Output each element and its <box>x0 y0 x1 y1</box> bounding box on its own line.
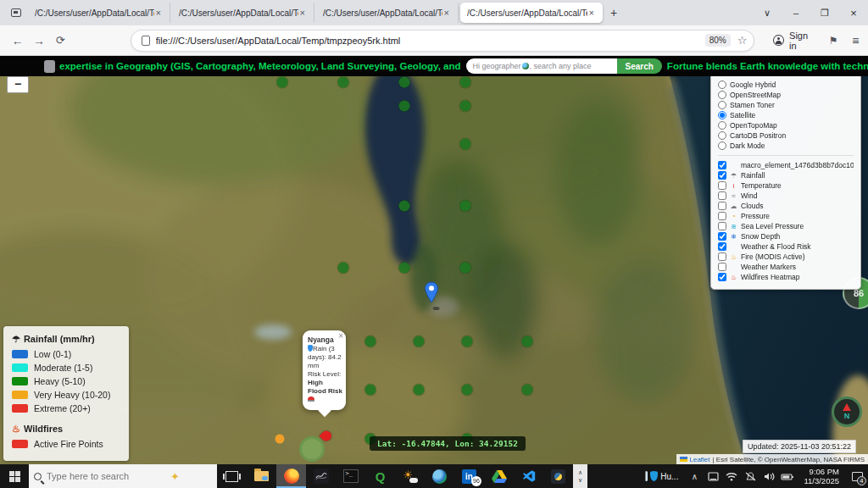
overlay-checkbox[interactable] <box>718 161 726 169</box>
taskbar-search[interactable]: ✦ <box>29 464 217 488</box>
base-layer-option[interactable]: Satellite <box>718 110 854 120</box>
location-pin[interactable] <box>424 281 439 307</box>
battery-icon[interactable] <box>778 471 797 480</box>
overlay-option[interactable]: ☂ Rainfall <box>718 170 854 180</box>
rain-dot[interactable] <box>460 139 471 150</box>
overflow-down-icon[interactable]: ∨ <box>578 476 582 484</box>
drive-button[interactable] <box>484 464 514 488</box>
firefox-view-button[interactable] <box>5 3 27 22</box>
overlay-option[interactable]: i Temperature <box>718 180 854 191</box>
base-layer-option[interactable]: CartoDB Positron <box>718 130 854 141</box>
rain-dot[interactable] <box>399 101 410 112</box>
rain-dot[interactable] <box>399 77 410 88</box>
overlay-option[interactable]: ◔ Pressure <box>718 211 854 221</box>
forward-icon[interactable]: → <box>28 34 49 47</box>
base-layer-radio[interactable] <box>718 141 726 150</box>
taskbar-clock[interactable]: 9:06 PM 11/3/2025 <box>797 467 846 485</box>
base-layer-option[interactable]: Dark Mode <box>718 141 854 151</box>
overlay-checkbox[interactable] <box>718 232 726 241</box>
rain-dot[interactable] <box>365 336 376 347</box>
new-tab-button[interactable]: + <box>604 3 624 23</box>
back-icon[interactable]: ← <box>7 34 28 47</box>
overlay-option[interactable]: Weather & Flood Risk <box>718 241 854 252</box>
rain-dot[interactable] <box>414 336 425 347</box>
compass-control[interactable]: N <box>832 396 862 427</box>
overlay-checkbox[interactable] <box>718 202 726 210</box>
rain-dot[interactable] <box>365 385 376 396</box>
humidity-widget[interactable]: Hu... <box>638 471 685 481</box>
rain-dot[interactable] <box>399 201 410 212</box>
bookmark-star-icon[interactable]: ☆ <box>737 34 748 47</box>
overlay-checkbox[interactable] <box>718 273 726 281</box>
overlay-checkbox[interactable] <box>718 263 726 271</box>
copilot-icon[interactable]: ✦ <box>170 470 180 483</box>
search-button[interactable]: Search <box>617 58 662 74</box>
sign-in-button[interactable]: Sign in <box>766 27 823 54</box>
browser-tab[interactable]: /C:/Users/user/AppData/Local/Temp × <box>316 3 459 23</box>
menu-icon[interactable]: ≡ <box>843 34 868 47</box>
list-all-tabs-icon[interactable]: ∨ <box>753 8 782 19</box>
rain-dot[interactable] <box>462 385 473 396</box>
overlay-checkbox[interactable] <box>718 212 726 220</box>
overlay-checkbox[interactable] <box>718 252 726 261</box>
overlay-option[interactable]: macro_element_1476d3b8b7doc1000cabf733da… <box>718 160 854 170</box>
base-layer-radio[interactable] <box>718 91 726 99</box>
file-explorer-button[interactable] <box>247 464 276 488</box>
zoom-level-badge[interactable]: 80% <box>705 34 731 47</box>
notifications-off-icon[interactable] <box>741 471 760 481</box>
rain-dot[interactable] <box>399 263 410 274</box>
overlay-checkbox[interactable] <box>718 181 726 190</box>
rain-dot[interactable] <box>460 77 471 88</box>
moderate-rain-marker[interactable] <box>275 435 285 444</box>
zoom-out-button[interactable]: − <box>7 76 29 93</box>
base-layer-radio[interactable] <box>718 131 726 140</box>
pocket-icon[interactable]: ⚑ <box>824 35 843 47</box>
base-layer-radio[interactable] <box>718 121 726 130</box>
taskbar-search-input[interactable] <box>47 471 165 481</box>
leaflet-link[interactable]: Leaflet <box>690 456 710 463</box>
weather-app-button[interactable]: ☀ <box>395 464 425 488</box>
overlay-checkbox[interactable] <box>718 191 726 200</box>
base-layer-option[interactable]: Google Hybrid <box>718 80 854 90</box>
base-layer-radio[interactable] <box>718 111 726 119</box>
rain-dot[interactable] <box>460 263 471 274</box>
rain-dot[interactable] <box>460 101 471 112</box>
rain-dot[interactable] <box>338 263 349 274</box>
minimize-icon[interactable]: – <box>782 8 810 18</box>
rain-dot[interactable] <box>277 77 288 88</box>
action-center-button[interactable]: 4 <box>846 464 868 488</box>
rain-dot[interactable] <box>460 201 471 212</box>
tray-chevron-icon[interactable]: ∧ <box>685 472 704 481</box>
tab-close-icon[interactable]: × <box>298 8 307 18</box>
overlay-option[interactable]: ♨ Wildfires Heatmap <box>718 272 854 282</box>
base-layer-option[interactable]: Stamen Toner <box>718 100 854 110</box>
overlay-checkbox[interactable] <box>718 171 726 180</box>
tab-close-icon[interactable]: × <box>442 8 451 18</box>
tab-close-icon[interactable]: × <box>154 8 163 18</box>
terminal-button[interactable]: >_ <box>336 464 365 488</box>
earth-app-button[interactable] <box>425 464 454 488</box>
overlay-option[interactable]: ♨ Fire (MODIS Active) <box>718 252 854 262</box>
overlay-option[interactable]: Weather Markers <box>718 262 854 272</box>
place-search-input[interactable]: Hi geographer , search any place <box>466 58 617 74</box>
volume-icon[interactable] <box>760 471 778 481</box>
wave-app-button[interactable] <box>306 464 336 488</box>
linkedin-button[interactable]: in 96 <box>454 464 484 488</box>
restore-icon[interactable]: ❐ <box>810 8 839 19</box>
tablet-mode-icon[interactable] <box>704 471 722 481</box>
qgis-button[interactable]: Q <box>365 464 395 488</box>
base-layer-option[interactable]: OpenTopoMap <box>718 120 854 130</box>
overlay-checkbox[interactable] <box>718 242 726 251</box>
reload-icon[interactable]: ⟳ <box>50 34 71 47</box>
task-view-button[interactable] <box>217 464 247 488</box>
fire-cluster-marker[interactable] <box>299 436 325 462</box>
close-icon[interactable]: × <box>839 7 868 19</box>
overlay-option[interactable]: ≋ Sea Level Pressure <box>718 221 854 231</box>
wifi-icon[interactable] <box>722 471 741 481</box>
overlay-option[interactable]: ☁ Clouds <box>718 201 854 211</box>
popup-close-icon[interactable]: × <box>338 332 343 341</box>
tab-close-icon[interactable]: × <box>587 8 596 18</box>
overlay-option[interactable]: ≈ Wind <box>718 191 854 201</box>
url-text[interactable]: file:///C:/Users/user/AppData/Local/Temp… <box>156 36 705 46</box>
browser-tab[interactable]: /C:/Users/user/AppData/Local/Temp × <box>460 3 603 23</box>
